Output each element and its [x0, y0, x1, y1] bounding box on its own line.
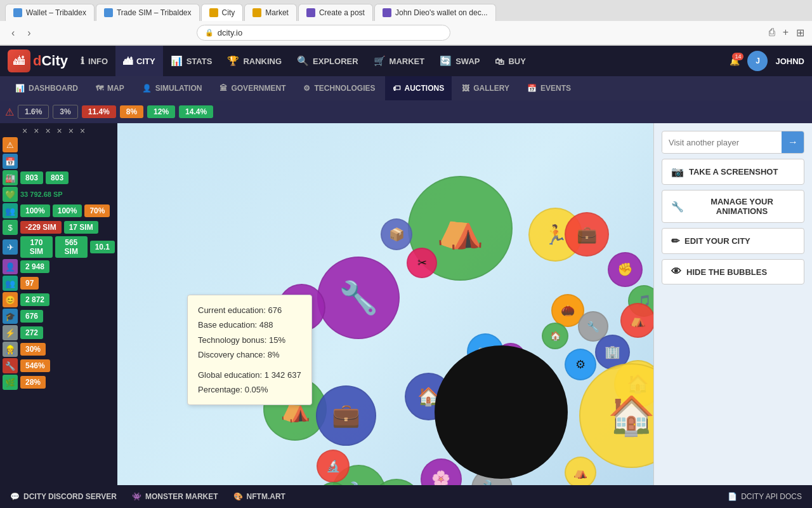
bubble-3[interactable]: 📦 — [381, 218, 412, 250]
sidebar-worker-row: 👷 30% — [3, 342, 115, 357]
tab-john[interactable]: John Dieo's wallet on dec... — [374, 4, 496, 21]
tooltip-line-5: Global education: 1 342 637 — [198, 368, 301, 382]
subnav-gallery[interactable]: 🖼GALLERY — [454, 76, 517, 100]
x-btn-1[interactable]: × — [20, 126, 29, 136]
pct-30[interactable]: 30% — [20, 343, 46, 356]
monster-market-link[interactable]: 👾 MONSTER MARKET — [132, 492, 218, 501]
filter-3pct[interactable]: 3% — [53, 105, 77, 119]
warning-sidebar-icon: ⚠ — [3, 137, 18, 152]
bubble-4[interactable]: ✂ — [407, 248, 437, 278]
subnav-government[interactable]: 🏛GOVERNMENT — [212, 76, 293, 100]
subnav-simulation[interactable]: 👤SIMULATION — [134, 76, 210, 100]
tab-create-label: Create a post — [319, 8, 365, 17]
nav-explorer[interactable]: 🔍EXPLORER — [289, 46, 366, 76]
val-272[interactable]: 272 — [20, 326, 43, 339]
tab-market[interactable]: Market — [244, 4, 297, 21]
nav-swap[interactable]: 🔄SWAP — [432, 46, 487, 76]
visit-player-button[interactable]: → — [782, 131, 804, 153]
filter-8pct[interactable]: 8% — [120, 105, 143, 118]
tab-icon-wallet — [13, 8, 22, 17]
back-button[interactable]: ‹ — [8, 26, 18, 40]
market-icon: 🛒 — [374, 55, 386, 67]
subnav-map[interactable]: 🗺MAP — [88, 76, 132, 100]
sp-value: 33 792.68 SP — [20, 190, 63, 198]
filter-14pct[interactable]: 14.4% — [179, 105, 213, 118]
tooltip-line-1: Current education: 676 — [198, 303, 301, 318]
val-2872[interactable]: 2 872 — [20, 293, 49, 306]
bubble-7[interactable]: ✊ — [608, 252, 643, 287]
bubble-18[interactable]: 💼 — [316, 385, 376, 446]
avatar[interactable]: J — [747, 51, 768, 71]
bubble-1[interactable]: 🔧 — [317, 257, 400, 339]
nav-stats-label: STATS — [187, 57, 213, 66]
tab-create[interactable]: Create a post — [298, 4, 373, 21]
tab-trade[interactable]: Trade SIM – Tribaldex — [96, 4, 200, 21]
nav-city[interactable]: 🏙CITY — [115, 46, 163, 76]
subnav-technologies[interactable]: ⚙TECHNOLOGIES — [296, 76, 383, 100]
filter-1pct[interactable]: 1.6% — [18, 105, 49, 119]
pct-28[interactable]: 28% — [20, 376, 46, 389]
nav-buy[interactable]: 🛍BUY — [487, 46, 533, 76]
nav-market[interactable]: 🛒MARKET — [366, 46, 433, 76]
val-2948[interactable]: 2 948 — [20, 260, 49, 273]
url-bar[interactable]: 🔒 dcity.io — [197, 25, 450, 41]
hide-bubbles-label: HIDE THE BUBBLES — [686, 267, 767, 277]
filter-12pct[interactable]: 12% — [147, 105, 175, 118]
nftm-link[interactable]: 🎨 NFTM.ART — [233, 492, 285, 501]
hide-bubbles-button[interactable]: 👁 HIDE THE BUBBLES — [662, 259, 804, 284]
tab-wallet-label: Wallet – Tribaldex — [26, 8, 86, 17]
pos-sim[interactable]: 17 SIM — [64, 221, 98, 234]
bubble-12[interactable]: 🏠 — [542, 323, 568, 349]
neg-sim[interactable]: -229 SIM — [20, 221, 62, 234]
pct-546[interactable]: 546% — [20, 359, 50, 372]
sim-565[interactable]: 565 SIM — [55, 236, 88, 258]
discord-link[interactable]: 💬 DCITY DISCORD SERVER — [10, 492, 117, 501]
population-sidebar-icon: 👥 — [3, 203, 18, 218]
balance-display: 8 674.33 SIM 4.366 SWAP.HIVE — [665, 0, 723, 269]
val-676[interactable]: 676 — [20, 310, 43, 323]
val-97[interactable]: 97 — [20, 277, 39, 290]
nftm-icon: 🎨 — [233, 492, 243, 501]
x-btn-6[interactable]: × — [78, 126, 87, 136]
discord-label: DCITY DISCORD SERVER — [23, 492, 117, 501]
nav-info-label: INFO — [88, 57, 108, 66]
subnav-events[interactable]: 📅EVENTS — [520, 76, 579, 100]
subnav-auctions[interactable]: 🏷AUCTIONS — [385, 76, 452, 100]
forward-button[interactable]: › — [23, 26, 34, 40]
notification-bell[interactable]: 🔔14 — [730, 57, 740, 66]
sim-balance-main: 8 674.33 SIM — [665, 0, 723, 260]
pct-70[interactable]: 70% — [84, 204, 110, 217]
bubble-34[interactable]: ⛺ — [565, 457, 596, 488]
nav-info[interactable]: ℹINFO — [73, 46, 115, 76]
sidebar-sim-row: $ -229 SIM 17 SIM — [3, 220, 115, 235]
filter-11pct[interactable]: 11.4% — [82, 105, 116, 118]
x-btn-4[interactable]: × — [55, 126, 64, 136]
buildings-count-1[interactable]: 803 — [20, 171, 43, 184]
pct-100-1[interactable]: 100% — [20, 204, 50, 217]
bubble-44[interactable]: 🔬 — [317, 450, 350, 483]
buildings-count-2[interactable]: 803 — [46, 171, 69, 184]
logo-icon: 🏙 — [8, 50, 30, 72]
pct-100-2[interactable]: 100% — [53, 204, 82, 217]
nav-ranking[interactable]: 🏆RANKING — [219, 46, 289, 76]
x-btn-5[interactable]: × — [67, 126, 75, 136]
sim-170[interactable]: 170 SIM — [20, 236, 53, 258]
nav-stats[interactable]: 📊STATS — [163, 46, 220, 76]
nav-buy-label: BUY — [508, 57, 525, 66]
bubble-14[interactable]: ⚙ — [565, 349, 596, 380]
api-label: DCITY API DOCS — [741, 492, 802, 501]
map-icon: 🗺 — [96, 84, 103, 93]
bubble-16[interactable]: 🏠 — [579, 363, 654, 468]
bubble-43[interactable]: ⛺ — [620, 303, 654, 338]
val-101[interactable]: 10.1 — [90, 241, 115, 253]
subnav-dashboard[interactable]: 📊DASHBOARD — [8, 76, 86, 100]
tab-wallet[interactable]: Wallet – Tribaldex — [5, 4, 95, 21]
bubble-6[interactable]: 💼 — [565, 212, 609, 257]
x-btn-2[interactable]: × — [32, 126, 41, 136]
sidebar-warning-row: ⚠ — [3, 137, 115, 152]
api-docs-link[interactable]: 📄 DCITY API DOCS — [728, 492, 802, 501]
x-btn-3[interactable]: × — [43, 126, 52, 136]
sidebar-x-row: × × × × × × — [3, 126, 115, 136]
tab-city[interactable]: City — [201, 4, 244, 21]
monster-icon: 👾 — [132, 492, 141, 501]
